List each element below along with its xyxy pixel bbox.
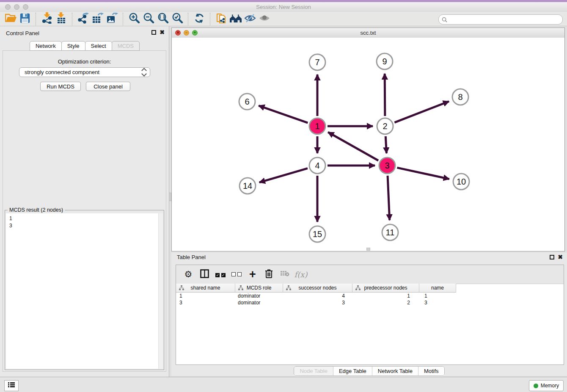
save-session-button[interactable] — [18, 13, 32, 25]
node-label-15: 15 — [313, 229, 322, 239]
zoom-fit-button[interactable] — [156, 13, 170, 25]
node-label-14: 14 — [243, 181, 252, 190]
close-table-panel-icon[interactable]: ✖ — [558, 254, 563, 260]
control-tab-network[interactable]: Network — [30, 41, 62, 51]
zoom-out-icon — [143, 12, 154, 26]
zoom-out-button[interactable] — [141, 13, 156, 25]
task-history-button[interactable] — [4, 380, 19, 391]
zoom-in-icon — [128, 12, 140, 26]
export-table-icon — [92, 13, 104, 25]
fx-icon: f(x) — [295, 270, 308, 279]
table-cell[interactable]: dominator — [235, 293, 283, 299]
zoom-selected-button[interactable] — [170, 13, 184, 25]
column-header-MCDS-role[interactable]: MCDS role — [235, 284, 283, 293]
save-disk-icon — [20, 13, 30, 25]
table-settings-button[interactable]: ⚙ — [181, 268, 195, 281]
edge-3-1[interactable] — [328, 132, 378, 160]
mcds-result-title: MCDS result (2 nodes) — [8, 207, 65, 213]
node-label-8: 8 — [458, 92, 462, 102]
table-cell[interactable]: 3 — [176, 299, 235, 306]
table-cell[interactable]: 3 — [419, 299, 456, 306]
table-tab-node-table[interactable]: Node Table — [294, 367, 333, 375]
edge-2-3[interactable] — [385, 136, 386, 153]
gear-icon: ⚙ — [184, 269, 193, 279]
edge-2-9[interactable] — [385, 74, 385, 116]
first-neighbors-button[interactable] — [228, 13, 243, 25]
delete-table-button[interactable] — [278, 268, 292, 281]
table-cell[interactable]: dominator — [235, 299, 283, 306]
edge-3-10[interactable] — [397, 168, 449, 179]
table-cell[interactable]: 4 — [283, 293, 352, 299]
add-column-button[interactable]: + — [245, 268, 260, 281]
column-tree-icon — [179, 285, 184, 292]
table-tab-motifs[interactable]: Motifs — [418, 367, 444, 375]
network-window-titlebar[interactable]: ✕ – + scc.txt — [172, 28, 564, 38]
hide-selected-button[interactable] — [243, 13, 257, 25]
node-label-9: 9 — [382, 57, 387, 66]
deselect-all-button[interactable] — [229, 268, 244, 281]
refresh-button[interactable] — [192, 13, 206, 25]
column-header-shared-name[interactable]: shared name — [176, 284, 235, 293]
edge-2-8[interactable] — [394, 101, 449, 122]
function-builder-button[interactable]: f(x) — [294, 268, 308, 281]
control-panel: Control Panel ✖ NetworkStyleSelectMCDS O… — [0, 26, 169, 377]
search-field[interactable] — [438, 14, 563, 25]
node-table: ⚙ ✓ ✓ + f(x) shared nameMC — [176, 265, 564, 365]
export-network-button[interactable] — [76, 13, 91, 25]
control-tab-style[interactable]: Style — [61, 41, 85, 51]
panel-splitter-handle[interactable] — [169, 193, 171, 201]
table-cell[interactable]: 2 — [352, 299, 419, 306]
table-cell[interactable]: 1 — [419, 293, 456, 299]
eye-slash-icon — [244, 13, 256, 25]
unchecked-boxes-icon — [231, 271, 241, 278]
result-scrollbar[interactable] — [158, 213, 163, 369]
close-panel-button[interactable]: Close panel — [86, 82, 130, 91]
edge-1-6[interactable] — [259, 106, 308, 123]
mcds-result-textarea[interactable]: 13 — [6, 213, 163, 369]
table-tab-network-table[interactable]: Network Table — [372, 367, 418, 375]
float-table-panel-icon[interactable] — [550, 255, 554, 259]
close-panel-icon[interactable]: ✖ — [160, 30, 165, 35]
memory-button[interactable]: Memory — [529, 380, 564, 391]
run-mcds-button[interactable]: Run MCDS — [40, 82, 81, 91]
clone-network-button[interactable] — [214, 13, 228, 25]
search-input[interactable] — [447, 16, 562, 23]
delete-column-button[interactable] — [261, 268, 276, 281]
edge-4-14[interactable] — [259, 168, 308, 182]
import-network-button[interactable] — [40, 13, 54, 25]
table-row[interactable]: 3dominator323 — [176, 299, 456, 306]
node-label-1: 1 — [315, 121, 319, 131]
node-label-7: 7 — [315, 58, 319, 67]
dropdown-stepper-icon — [142, 69, 146, 76]
import-table-button[interactable] — [54, 13, 69, 25]
export-table-button[interactable] — [91, 13, 105, 25]
memory-label: Memory — [541, 383, 559, 389]
open-session-button[interactable] — [3, 13, 18, 25]
table-tab-edge-table[interactable]: Edge Table — [333, 367, 372, 375]
table-cell[interactable]: 1 — [176, 293, 235, 299]
node-label-4: 4 — [315, 161, 319, 170]
export-image-button[interactable] — [105, 13, 119, 25]
edge-3-11[interactable] — [388, 176, 390, 220]
zoom-in-button[interactable] — [127, 13, 141, 25]
canvas-resize-handle[interactable] — [366, 248, 370, 251]
select-all-button[interactable]: ✓ ✓ — [213, 268, 228, 281]
table-row[interactable]: 1dominator411 — [176, 293, 456, 299]
zoom-selected-icon — [171, 12, 183, 26]
column-tree-icon — [355, 285, 361, 292]
network-canvas[interactable]: 7968124314101511 — [172, 38, 564, 251]
toolbar-separator — [123, 13, 124, 25]
criterion-dropdown[interactable]: strongly connected component — [19, 67, 150, 77]
column-header-name[interactable]: name — [419, 284, 456, 293]
column-header-predecessor-nodes[interactable]: predecessor nodes — [352, 284, 419, 293]
table-rows: 1dominator4113dominator323 — [176, 293, 456, 306]
control-tab-select[interactable]: Select — [85, 41, 112, 51]
memory-status-icon — [534, 384, 538, 388]
column-header-successor-nodes[interactable]: successor nodes — [283, 284, 352, 293]
table-cell[interactable]: 3 — [283, 299, 352, 306]
show-columns-button[interactable] — [197, 268, 212, 281]
control-tab-mcds[interactable]: MCDS — [112, 41, 140, 51]
show-all-button[interactable] — [257, 13, 272, 25]
float-panel-icon[interactable] — [151, 30, 156, 35]
table-cell[interactable]: 1 — [352, 293, 419, 299]
